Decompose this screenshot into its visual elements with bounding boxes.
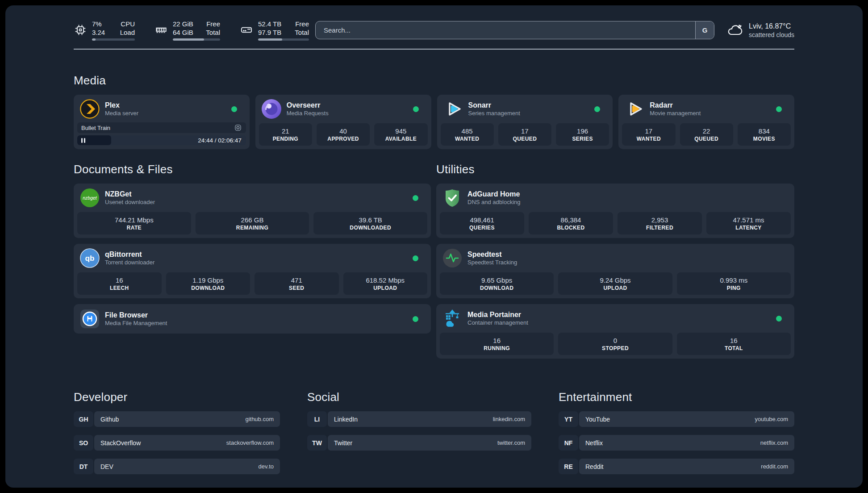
- stat-remaining: 266 GBREMAINING: [196, 212, 309, 234]
- app-card-qbittorrent[interactable]: qb qBittorrent Torrent downloader 16LEEC…: [74, 244, 431, 298]
- bookmark-url: twitter.com: [497, 439, 525, 446]
- status-badge: [413, 195, 418, 201]
- cpu-load-label: Load: [120, 28, 135, 37]
- status-badge: [413, 316, 418, 322]
- search-bar: G: [315, 21, 714, 39]
- app-card-speedtest[interactable]: Speedtest Speedtest Tracking 9.65 GbpsDO…: [436, 244, 794, 298]
- app-description: DNS and adblocking: [467, 199, 521, 206]
- app-name: Sonarr: [468, 101, 520, 109]
- bookmark-abbr: SO: [74, 435, 93, 451]
- stat-rate: 744.21 MbpsRATE: [77, 212, 191, 234]
- cloud-icon: [726, 21, 743, 38]
- bookmark-url: reddit.com: [761, 463, 788, 470]
- app-description: Container management: [467, 319, 528, 326]
- bookmark-name: Twitter: [334, 439, 352, 447]
- app-card-sonarr[interactable]: Sonarr Series management 485WANTED 17QUE…: [437, 95, 613, 149]
- app-name: Media Portainer: [467, 310, 528, 319]
- bookmark-abbr: LI: [307, 411, 327, 427]
- app-card-overseerr[interactable]: Overseerr Media Requests 21PENDING 40APP…: [255, 95, 431, 149]
- stat-pending: 21PENDING: [259, 123, 312, 146]
- radarr-icon: [625, 99, 644, 119]
- memory-progress-bar: [173, 38, 220, 41]
- stat-series: 196SERIES: [556, 123, 609, 146]
- app-card-radarr[interactable]: Radarr Movie management 17WANTED 22QUEUE…: [618, 95, 794, 149]
- memory-total-label: Total: [206, 28, 220, 37]
- playback-progress-bar[interactable]: 24:44 / 02:06:47: [77, 135, 246, 145]
- bookmark-dev[interactable]: DT DEV dev.to: [74, 459, 280, 474]
- cpu-load-value: 3.24: [92, 28, 105, 37]
- svg-text:qb: qb: [85, 254, 95, 263]
- bookmark-abbr: GH: [74, 411, 93, 427]
- stat-ping: 0.993 msPING: [677, 272, 791, 295]
- section-title-utilities: Utilities: [436, 163, 794, 176]
- plex-icon: [80, 99, 100, 119]
- bookmark-twitter[interactable]: TW Twitter twitter.com: [307, 435, 531, 451]
- search-engine-button[interactable]: G: [695, 21, 714, 39]
- stat-movies: 834MOVIES: [738, 123, 791, 146]
- status-badge: [776, 106, 782, 112]
- bookmark-netflix[interactable]: NF Netflix netflix.com: [559, 435, 794, 451]
- bookmark-name: Github: [100, 416, 119, 423]
- storage-total-value: 97.9 TB: [258, 28, 281, 37]
- bookmark-url: github.com: [245, 416, 274, 422]
- stat-download: 1.19 GbpsDOWNLOAD: [166, 272, 250, 295]
- stat-filtered: 2,953FILTERED: [618, 212, 702, 234]
- app-name: AdGuard Home: [467, 190, 521, 198]
- now-playing-title: Bullet Train: [81, 125, 110, 131]
- stat-wanted: 485WANTED: [441, 123, 494, 146]
- bookmark-name: LinkedIn: [334, 416, 358, 423]
- stat-blocked: 86,384BLOCKED: [529, 212, 613, 234]
- stat-leech: 16LEECH: [77, 272, 162, 295]
- app-card-plex[interactable]: Plex Media server Bullet Train 24:44 / 0…: [74, 95, 250, 149]
- memory-free-label: Free: [206, 20, 220, 28]
- stat-approved: 40APPROVED: [317, 123, 370, 146]
- memory-free-value: 22 GiB: [173, 20, 193, 28]
- status-badge: [413, 255, 418, 261]
- section-title-documents: Documents & Files: [74, 163, 431, 176]
- stat-seed: 471SEED: [255, 272, 339, 295]
- stat-wanted: 17WANTED: [622, 123, 675, 146]
- dashboard: 7% 3.24 CPU Load: [5, 5, 863, 488]
- system-stats: 7% 3.24 CPU Load: [74, 20, 309, 41]
- status-badge: [231, 106, 237, 112]
- svg-text:nzbget: nzbget: [83, 195, 97, 201]
- search-input[interactable]: [316, 21, 695, 39]
- app-card-nzbget[interactable]: nzbget NZBGet Usenet downloader 744.21 M…: [74, 184, 431, 238]
- header-divider: [74, 49, 794, 50]
- app-description: Speedtest Tracking: [467, 259, 517, 266]
- cpu-percent: 7%: [92, 20, 105, 28]
- bookmark-url: linkedin.com: [493, 416, 525, 422]
- stat-queued: 17QUEUED: [498, 123, 551, 146]
- app-description: Media server: [105, 110, 138, 117]
- overseerr-icon: [262, 99, 281, 119]
- app-description: Torrent downloader: [105, 259, 154, 266]
- cpu-widget: 7% 3.24 CPU Load: [74, 20, 135, 41]
- bookmark-github[interactable]: GH Github github.com: [74, 411, 280, 427]
- storage-icon: [240, 23, 253, 37]
- playback-time: 24:44 / 02:06:47: [198, 137, 246, 144]
- bookmark-name: Netflix: [585, 439, 603, 447]
- app-name: Radarr: [650, 101, 701, 109]
- storage-progress-bar: [258, 38, 309, 41]
- adguard-icon: [442, 188, 462, 208]
- bookmark-reddit[interactable]: RE Reddit reddit.com: [559, 459, 794, 474]
- app-card-portainer[interactable]: Media Portainer Container management 16R…: [436, 304, 794, 359]
- status-badge: [413, 106, 419, 112]
- stat-upload: 9.24 GbpsUPLOAD: [558, 272, 672, 295]
- app-description: Media File Management: [105, 320, 167, 327]
- bookmark-youtube[interactable]: YT YouTube youtube.com: [559, 411, 794, 427]
- weather-location-temp: Lviv, 16.87°C: [749, 21, 794, 31]
- memory-widget: 22 GiB 64 GiB Free Total: [154, 20, 220, 41]
- app-card-adguard[interactable]: AdGuard Home DNS and adblocking 498,461Q…: [436, 184, 794, 238]
- bookmark-name: StackOverflow: [100, 439, 141, 447]
- now-playing-item[interactable]: Bullet Train: [77, 122, 246, 133]
- bookmark-stackoverflow[interactable]: SO StackOverflow stackoverflow.com: [74, 435, 280, 451]
- bookmark-group-social: Social LI LinkedIn linkedin.com TW Twitt…: [307, 390, 531, 482]
- memory-icon: [154, 23, 168, 37]
- bookmark-linkedin[interactable]: LI LinkedIn linkedin.com: [307, 411, 531, 427]
- app-card-filebrowser[interactable]: File Browser Media File Management: [74, 304, 431, 334]
- storage-widget: 52.4 TB 97.9 TB Free Total: [240, 20, 309, 41]
- sonarr-icon: [443, 99, 463, 119]
- stat-stopped: 0STOPPED: [558, 333, 672, 355]
- bookmark-abbr: DT: [74, 459, 93, 474]
